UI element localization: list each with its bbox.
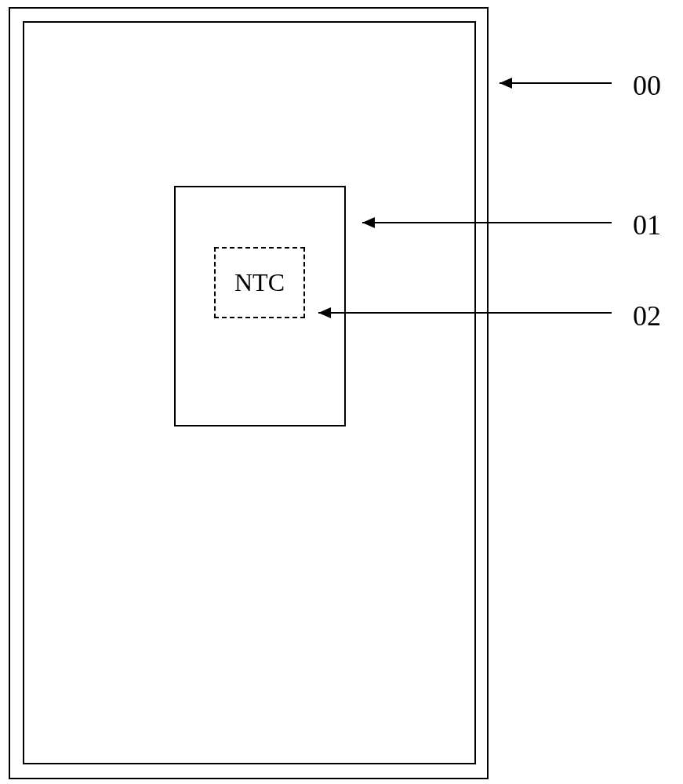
- ntc-label: NTC: [234, 268, 285, 297]
- callout-label: 02: [633, 299, 661, 332]
- leader-arrow: [488, 75, 616, 91]
- leader-arrow: [351, 215, 616, 230]
- callout-label: 00: [633, 69, 661, 102]
- callout-label: 01: [633, 209, 661, 241]
- leader-arrow: [307, 305, 616, 321]
- ntc-box: NTC: [214, 247, 305, 318]
